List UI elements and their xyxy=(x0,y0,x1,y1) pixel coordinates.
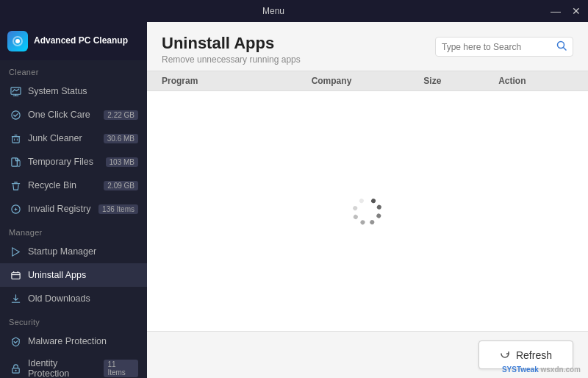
watermark: SYSTweak wsxdn.com xyxy=(502,365,581,374)
junk-cleaner-label: Junk Cleaner xyxy=(28,133,82,143)
recycle-bin-label: Recycle Bin xyxy=(28,180,76,190)
refresh-icon xyxy=(500,349,510,361)
sidebar-item-junk-cleaner[interactable]: Junk Cleaner 30.6 MB xyxy=(0,126,147,150)
svg-marker-15 xyxy=(12,247,18,255)
menu-label[interactable]: Menu xyxy=(262,6,284,16)
recycle-bin-icon xyxy=(9,179,22,192)
svg-point-4 xyxy=(11,110,19,118)
col-action: Action xyxy=(498,76,573,86)
svg-point-33 xyxy=(351,210,357,216)
app-logo xyxy=(7,31,28,51)
svg-rect-10 xyxy=(11,157,17,165)
old-downloads-icon xyxy=(9,292,22,305)
temporary-files-icon xyxy=(9,155,22,168)
malware-protection-label: Malware Protection xyxy=(28,336,107,346)
sidebar-item-recycle-bin[interactable]: Recycle Bin 2.09 GB xyxy=(0,174,147,197)
sidebar-item-startup-manager[interactable]: Startup Manager xyxy=(0,240,147,263)
system-status-label: System Status xyxy=(28,86,87,96)
search-box[interactable] xyxy=(435,37,573,57)
one-click-care-label: One Click Care xyxy=(28,110,90,120)
minimize-button[interactable]: — xyxy=(550,5,562,17)
loading-spinner xyxy=(351,195,384,227)
refresh-label: Refresh xyxy=(516,349,552,361)
invalid-registry-badge: 136 Items xyxy=(98,204,138,214)
temporary-files-badge: 103 MB xyxy=(106,157,138,167)
col-size: Size xyxy=(423,76,498,86)
junk-cleaner-icon xyxy=(9,132,22,145)
sidebar-item-temporary-files[interactable]: Temporary Files 103 MB xyxy=(0,150,147,174)
sidebar-item-system-status[interactable]: System Status xyxy=(0,79,147,103)
svg-line-27 xyxy=(564,48,567,51)
svg-point-29 xyxy=(376,207,382,213)
invalid-registry-label: Invalid Registry xyxy=(28,204,90,214)
page-title: Uninstall Apps xyxy=(162,34,301,53)
svg-point-34 xyxy=(354,202,359,208)
search-icon xyxy=(556,40,567,53)
close-button[interactable]: ✕ xyxy=(570,5,582,17)
header-text: Uninstall Apps Remove unnecessary runnin… xyxy=(162,34,301,65)
svg-point-0 xyxy=(15,39,20,43)
main-content: Uninstall Apps Remove unnecessary runnin… xyxy=(147,22,588,378)
invalid-registry-icon xyxy=(9,202,22,215)
junk-cleaner-badge: 30.6 MB xyxy=(104,134,138,143)
section-manager-label: Manager xyxy=(0,221,147,240)
sidebar-item-uninstall-apps[interactable]: Uninstall Apps xyxy=(0,263,147,287)
svg-point-32 xyxy=(357,218,363,224)
section-cleaner-label: Cleaner xyxy=(0,60,147,79)
svg-point-30 xyxy=(374,215,380,221)
sidebar-item-one-click-care[interactable]: One Click Care 2.22 GB xyxy=(0,103,147,126)
one-click-care-icon xyxy=(9,108,22,121)
malware-protection-icon xyxy=(9,335,22,348)
svg-point-28 xyxy=(373,199,379,205)
col-program: Program xyxy=(162,76,312,86)
svg-point-35 xyxy=(362,196,368,202)
svg-point-31 xyxy=(366,220,372,226)
startup-manager-icon xyxy=(9,245,22,258)
old-downloads-label: Old Downloads xyxy=(28,293,90,304)
identity-protection-label: Identity Protection xyxy=(28,358,98,378)
uninstall-apps-label: Uninstall Apps xyxy=(28,270,86,280)
page-subtitle: Remove unnecessary running apps xyxy=(162,54,301,65)
sidebar-item-invalid-registry[interactable]: Invalid Registry 136 Items xyxy=(0,197,147,221)
svg-rect-16 xyxy=(11,272,19,278)
recycle-bin-badge: 2.09 GB xyxy=(104,181,138,190)
svg-rect-12 xyxy=(17,160,20,166)
svg-rect-5 xyxy=(12,136,18,142)
app-name-label: Advanced PC Cleanup xyxy=(34,35,128,47)
col-company: Company xyxy=(312,76,424,86)
system-status-icon xyxy=(9,85,22,98)
sidebar-item-malware-protection[interactable]: Malware Protection xyxy=(0,329,147,353)
identity-protection-icon xyxy=(9,362,22,375)
one-click-care-badge: 2.22 GB xyxy=(104,110,138,120)
section-security-label: Security xyxy=(0,310,147,329)
sidebar: Advanced PC Cleanup Cleaner System Statu… xyxy=(0,22,147,378)
temporary-files-label: Temporary Files xyxy=(28,157,93,167)
sidebar-header: Advanced PC Cleanup xyxy=(0,22,147,60)
uninstall-apps-icon xyxy=(9,268,22,282)
table-header: Program Company Size Action xyxy=(147,71,588,91)
loading-area xyxy=(147,91,588,331)
sidebar-item-identity-protection[interactable]: Identity Protection 11 Items xyxy=(0,353,147,378)
app-container: Advanced PC Cleanup Cleaner System Statu… xyxy=(0,22,588,378)
startup-manager-label: Startup Manager xyxy=(28,246,96,257)
content-header: Uninstall Apps Remove unnecessary runnin… xyxy=(147,22,588,71)
title-bar: Menu — ✕ xyxy=(0,0,588,22)
sidebar-item-old-downloads[interactable]: Old Downloads xyxy=(0,287,147,310)
svg-point-22 xyxy=(15,369,16,371)
identity-protection-badge: 11 Items xyxy=(104,360,138,377)
search-input[interactable] xyxy=(442,42,552,52)
